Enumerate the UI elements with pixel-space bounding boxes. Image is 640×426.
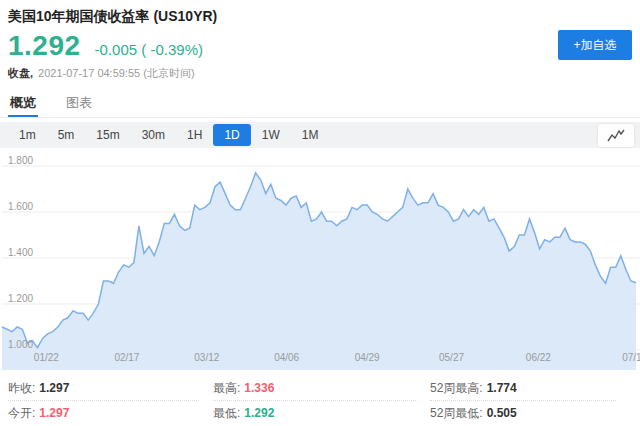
- x-axis-label: 06/22: [526, 352, 551, 363]
- x-axis-label: 01/22: [34, 352, 59, 363]
- tab-overview[interactable]: 概览: [8, 92, 38, 117]
- timeframe-bar: 1m5m15m30m1H1D1W1M: [0, 122, 640, 148]
- timeframe-5m[interactable]: 5m: [47, 124, 86, 146]
- add-watchlist-button[interactable]: +加自选: [558, 30, 632, 60]
- quote-meta: 收盘,2021-07-17 04:59:55 (北京时间): [8, 66, 195, 81]
- stat-low: 最低:1.292: [213, 401, 416, 426]
- stat-52wk-high: 52周最高:1.774: [430, 376, 616, 401]
- view-tabs: 概览 图表: [0, 92, 640, 118]
- last-price: 1.292: [8, 30, 81, 62]
- stat-open: 今开:1.297: [8, 401, 199, 426]
- timeframe-1W[interactable]: 1W: [251, 124, 291, 146]
- timeframe-1D[interactable]: 1D: [213, 124, 250, 146]
- price-chart-svg[interactable]: 1.8001.6001.4001.2001.00001/2202/1703/12…: [0, 150, 640, 374]
- timeframe-1H[interactable]: 1H: [176, 124, 213, 146]
- x-axis-label: 04/06: [274, 352, 299, 363]
- chart-style-button[interactable]: [598, 124, 634, 147]
- line-chart-icon: [607, 129, 625, 142]
- market-status: 收盘,: [8, 67, 33, 79]
- price-chart[interactable]: 1.8001.6001.4001.2001.00001/2202/1703/12…: [0, 150, 640, 374]
- stat-high: 最高:1.336: [213, 376, 416, 401]
- quote-timestamp: 2021-07-17 04:59:55 (北京时间): [38, 67, 195, 79]
- timeframe-15m[interactable]: 15m: [85, 124, 130, 146]
- stat-prev-close: 昨收:1.297: [8, 376, 199, 401]
- timeframe-1m[interactable]: 1m: [8, 124, 47, 146]
- price-row: 1.292 -0.005 ( -0.39%): [8, 30, 203, 62]
- x-axis-label: 02/17: [114, 352, 139, 363]
- timeframe-30m[interactable]: 30m: [131, 124, 176, 146]
- stat-52wk-low: 52周最低:0.505: [430, 401, 616, 426]
- timeframe-1M[interactable]: 1M: [291, 124, 330, 146]
- x-axis-label: 07/16: [622, 352, 640, 363]
- y-axis-label: 1.600: [8, 201, 33, 212]
- area-fill: [2, 173, 636, 370]
- stats-panel: 昨收:1.297 最高:1.336 52周最高:1.774 今开:1.297 最…: [0, 376, 640, 426]
- x-axis-label: 04/29: [355, 352, 380, 363]
- y-axis-label: 1.200: [8, 293, 33, 304]
- y-axis-label: 1.800: [8, 155, 33, 166]
- y-axis-label: 1.400: [8, 247, 33, 258]
- page-title: 美国10年期国债收益率 (US10YR): [8, 8, 217, 26]
- x-axis-label: 05/27: [439, 352, 464, 363]
- x-axis-label: 03/12: [194, 352, 219, 363]
- y-axis-label: 1.000: [8, 339, 33, 350]
- quote-page: 美国10年期国债收益率 (US10YR) 1.292 -0.005 ( -0.3…: [0, 0, 640, 426]
- price-change: -0.005 ( -0.39%): [95, 41, 203, 58]
- tab-chart[interactable]: 图表: [64, 92, 94, 117]
